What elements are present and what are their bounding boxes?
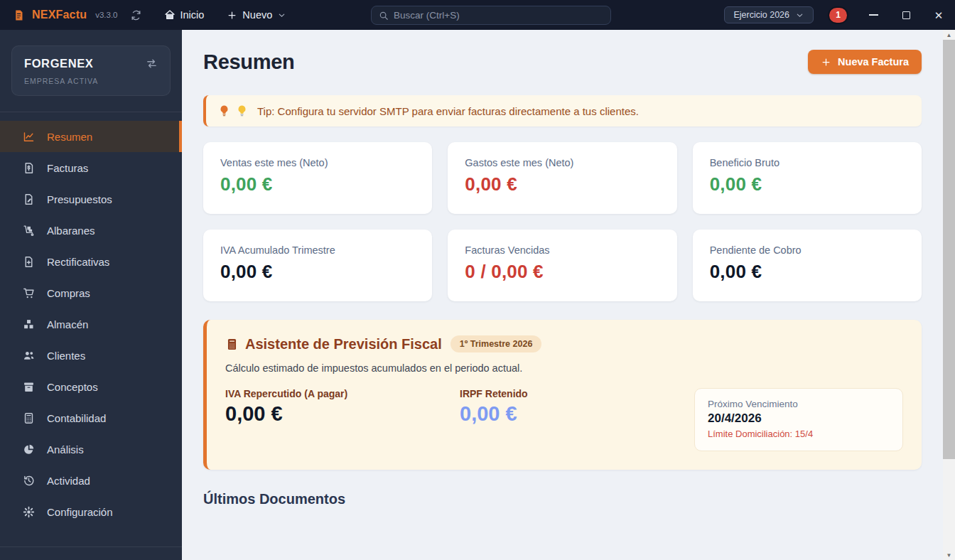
- users-icon: [21, 350, 36, 362]
- scroll-down-arrow-icon[interactable]: ▼: [943, 550, 955, 560]
- lightbulb-orange-icon: [219, 104, 230, 117]
- titlebar: NEXFactu v3.3.0 Inicio Nuevo Ejercicio 2…: [0, 0, 955, 30]
- titlebar-left: NEXFactu v3.3.0 Inicio Nuevo: [0, 9, 286, 21]
- fiscal-title-text: Asistente de Previsión Fiscal: [245, 336, 442, 352]
- switch-company-icon[interactable]: [146, 58, 158, 70]
- stat-card-label: Gastos este mes (Neto): [465, 157, 659, 168]
- minimize-button[interactable]: [857, 0, 890, 30]
- stat-card-label: Facturas Vencidas: [465, 244, 659, 256]
- stat-card-label: Ventas este mes (Neto): [220, 157, 415, 168]
- fiscal-period-badge: 1º Trimestre 2026: [450, 335, 542, 352]
- chart-line-icon: [21, 131, 36, 143]
- next-due-date: 20/4/2026: [708, 411, 890, 426]
- fiscal-title: Asistente de Previsión Fiscal: [225, 336, 442, 352]
- company-status: EMPRESA ACTIVA: [24, 77, 158, 85]
- sidebar: FORGENEX EMPRESA ACTIVA ResumenFacturasP…: [0, 30, 182, 560]
- pie-chart-icon: [21, 443, 36, 456]
- new-invoice-button[interactable]: Nueva Factura: [808, 50, 922, 74]
- stat-card-2: Beneficio Bruto0,00 €: [693, 142, 922, 214]
- sidebar-item-compras[interactable]: Compras: [0, 277, 182, 308]
- scrollbar-thumb[interactable]: [943, 40, 955, 459]
- sidebar-item-analisis[interactable]: Análisis: [0, 434, 182, 465]
- smtp-tip-banner: Tip: Configura tu servidor SMTP para env…: [203, 95, 922, 126]
- calculator-icon: [21, 412, 36, 424]
- stat-card-label: Pendiente de Cobro: [710, 244, 905, 256]
- maximize-button[interactable]: [890, 0, 922, 30]
- close-button[interactable]: ✕: [922, 0, 955, 30]
- home-icon: [164, 9, 176, 21]
- stat-card-0: Ventas este mes (Neto)0,00 €: [203, 142, 432, 214]
- sidebar-item-resumen[interactable]: Resumen: [0, 121, 182, 152]
- new-invoice-label: Nueva Factura: [838, 56, 909, 68]
- sidebar-item-configuracion[interactable]: Configuración: [0, 496, 182, 527]
- fiscal-iva-block: IVA Repercutido (A pagar) 0,00 €: [225, 388, 460, 426]
- calculator-icon: [225, 338, 239, 351]
- stat-card-label: Beneficio Bruto: [710, 157, 905, 168]
- sidebar-item-label: Almacén: [47, 318, 88, 330]
- stat-card-value: 0,00 €: [465, 173, 659, 195]
- chevron-down-icon: [795, 11, 804, 20]
- sidebar-item-albaranes[interactable]: Albaranes: [0, 215, 182, 246]
- company-name: FORGENEX: [24, 57, 93, 70]
- stat-card-value: 0 / 0,00 €: [465, 261, 659, 283]
- stat-card-label: IVA Acumulado Trimestre: [220, 244, 415, 256]
- sidebar-nav: ResumenFacturasPresupuestosAlbaranesRect…: [0, 121, 182, 527]
- scroll-up-arrow-icon[interactable]: ▲: [943, 30, 955, 40]
- page-title: Resumen: [203, 50, 294, 74]
- fiscal-forecast-card: Asistente de Previsión Fiscal 1º Trimest…: [203, 320, 922, 470]
- next-due-label: Próximo Vencimiento: [708, 399, 890, 409]
- cart-icon: [21, 287, 36, 299]
- file-invoice-icon: [21, 162, 36, 174]
- new-label: Nuevo: [242, 9, 272, 21]
- app-logo-icon: [13, 9, 25, 21]
- maximize-icon: [902, 11, 910, 19]
- sidebar-item-facturas[interactable]: Facturas: [0, 152, 182, 183]
- exercise-selector[interactable]: Ejercicio 2026: [724, 6, 814, 23]
- dolly-icon: [21, 225, 36, 237]
- sidebar-divider: [0, 112, 182, 112]
- app-name: NEXFactu: [32, 9, 87, 21]
- sidebar-item-label: Conceptos: [47, 381, 98, 393]
- vertical-scrollbar[interactable]: ▲ ▼: [943, 30, 955, 560]
- company-card[interactable]: FORGENEX EMPRESA ACTIVA: [11, 45, 171, 96]
- stat-card-3: IVA Acumulado Trimestre0,00 €: [203, 230, 432, 301]
- sidebar-item-label: Actividad: [47, 475, 90, 487]
- sidebar-item-clientes[interactable]: Clientes: [0, 340, 182, 371]
- sidebar-item-presupuestos[interactable]: Presupuestos: [0, 183, 182, 215]
- sidebar-item-almacen[interactable]: Almacén: [0, 308, 182, 340]
- titlebar-right: Ejercicio 2026 1 ✕: [724, 0, 955, 30]
- sidebar-item-label: Albaranes: [47, 225, 95, 237]
- stat-card-value: 0,00 €: [710, 173, 905, 195]
- next-due-card: Próximo Vencimiento 20/4/2026 Límite Dom…: [694, 388, 903, 451]
- fiscal-irpf-value: 0,00 €: [460, 402, 694, 426]
- file-signature-icon: [21, 193, 36, 205]
- minimize-icon: [869, 14, 878, 16]
- refresh-icon[interactable]: [131, 10, 141, 21]
- sidebar-item-rectificativas[interactable]: Rectificativas: [0, 246, 182, 277]
- exercise-selector-value: Ejercicio 2026: [733, 10, 789, 20]
- global-search[interactable]: [371, 6, 611, 25]
- app-version: v3.3.0: [95, 11, 117, 19]
- new-menu-button[interactable]: Nuevo: [227, 9, 286, 21]
- stat-card-5: Pendiente de Cobro0,00 €: [693, 230, 922, 301]
- home-button[interactable]: Inicio: [164, 9, 205, 21]
- plus-icon: [821, 57, 831, 68]
- sidebar-item-conceptos[interactable]: Conceptos: [0, 371, 182, 402]
- sidebar-item-label: Presupuestos: [47, 193, 112, 205]
- fiscal-iva-value: 0,00 €: [225, 402, 460, 426]
- notification-badge[interactable]: 1: [829, 8, 847, 23]
- sidebar-item-label: Facturas: [47, 162, 88, 174]
- fiscal-title-row: Asistente de Previsión Fiscal 1º Trimest…: [225, 335, 903, 352]
- home-label: Inicio: [180, 9, 205, 21]
- sidebar-item-label: Clientes: [47, 350, 85, 362]
- boxes-icon: [21, 318, 36, 330]
- main-content: Resumen Nueva Factura Tip: Configura tu …: [182, 30, 943, 560]
- sidebar-item-actividad[interactable]: Actividad: [0, 465, 182, 496]
- sidebar-item-contabilidad[interactable]: Contabilidad: [0, 402, 182, 434]
- sidebar-item-label: Resumen: [47, 131, 92, 143]
- search-input[interactable]: [394, 10, 603, 21]
- company-card-header: FORGENEX: [24, 57, 158, 70]
- box-archive-icon: [21, 381, 36, 393]
- fiscal-description: Cálculo estimado de impuestos acumulados…: [225, 362, 903, 374]
- sidebar-item-label: Rectificativas: [47, 256, 109, 268]
